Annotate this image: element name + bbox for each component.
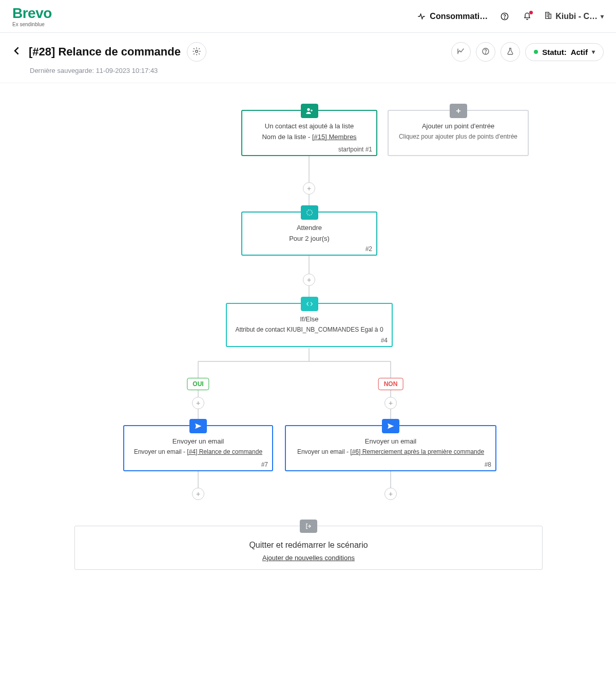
brand-tagline: Ex sendinblue — [12, 22, 52, 27]
email-right-index: #8 — [485, 461, 491, 468]
plus-icon — [450, 104, 467, 118]
entry-list-link[interactable]: [#15] Membres — [312, 133, 357, 141]
add-step-button[interactable]: + — [303, 182, 315, 195]
beaker-icon — [506, 47, 514, 57]
org-switcher[interactable]: Kiubi - C… ▾ — [544, 11, 604, 22]
email-right-title: Envoyer un email — [286, 437, 495, 445]
usage-link[interactable]: Consommati… — [416, 11, 488, 22]
email-left-prefix: Envoyer un email - — [134, 448, 187, 455]
activity-icon — [416, 11, 427, 22]
email-right-link[interactable]: [#6] Remerciement après la première comm… — [350, 448, 484, 455]
entry-list-label: Nom de la liste - — [262, 133, 312, 141]
svg-point-15 — [307, 108, 310, 111]
chevron-down-icon: ▾ — [592, 48, 595, 55]
last-saved: Dernière sauvegarde: 11-09-2023 10:17:43 — [30, 67, 206, 74]
yes-badge: OUI — [187, 378, 209, 390]
status-button[interactable]: Statut: Actif ▾ — [525, 43, 604, 61]
help-icon[interactable] — [499, 11, 510, 22]
wait-title: Attendre — [242, 224, 376, 232]
add-step-button[interactable]: + — [192, 488, 204, 500]
condition-index: #4 — [381, 337, 388, 344]
entry-title: Un contact est ajouté à la liste — [242, 122, 376, 130]
email-left-index: #7 — [261, 461, 268, 468]
entry-detail: Nom de la liste - [#15] Membres — [242, 133, 376, 141]
svg-point-16 — [306, 210, 312, 216]
bell-icon[interactable] — [522, 11, 533, 22]
condition-title: If/Else — [227, 315, 392, 323]
email-left-link[interactable]: [#4] Relance de commande — [187, 448, 262, 455]
page-title: [#28] Relance de commande — [29, 45, 181, 59]
brand-logo[interactable]: Brevo Ex sendinblue — [12, 5, 52, 27]
workflow-canvas[interactable]: Un contact est ajouté à la liste Nom de … — [0, 83, 616, 602]
restart-link[interactable]: Ajouter de nouvelles conditions — [262, 554, 355, 562]
brand-name: Brevo — [12, 5, 52, 22]
question-icon — [482, 47, 490, 57]
condition-detail: Attribut de contact KIUBI_NB_COMMANDES E… — [227, 326, 392, 333]
email-left-detail: Envoyer un email - [#4] Relance de comma… — [124, 448, 272, 455]
entry-node[interactable]: Un contact est ajouté à la liste Nom de … — [241, 110, 377, 156]
stats-button[interactable] — [451, 42, 471, 62]
help-button[interactable] — [476, 42, 495, 62]
chevron-down-icon: ▾ — [601, 13, 604, 20]
org-label: Kiubi - C… — [555, 12, 598, 21]
no-badge: NON — [378, 378, 403, 390]
status-value: Actif — [571, 48, 588, 56]
status-prefix: Statut: — [542, 48, 567, 56]
add-entry-title: Ajouter un point d'entrée — [389, 122, 528, 130]
add-step-button[interactable]: + — [384, 397, 397, 409]
gear-icon — [192, 47, 201, 57]
status-dot-icon — [534, 50, 538, 54]
test-button[interactable] — [500, 42, 520, 62]
notification-dot-icon — [529, 11, 533, 14]
send-icon — [382, 419, 399, 433]
wait-node[interactable]: Attendre Pour 2 jour(s) #2 — [241, 212, 377, 256]
top-nav: Brevo Ex sendinblue Consommati… Kiubi - … — [0, 0, 616, 33]
email-left-title: Envoyer un email — [124, 437, 272, 445]
condition-node[interactable]: If/Else Attribut de contact KIUBI_NB_COM… — [226, 303, 393, 347]
subheader-left: [#28] Relance de commande Dernière sauve… — [12, 42, 206, 74]
title-row: [#28] Relance de commande — [12, 42, 206, 62]
add-entry-sub: Cliquez pour ajouter plus de points d'en… — [389, 133, 528, 140]
exit-restart-node[interactable]: Quitter et redémarrer le scénario Ajoute… — [74, 526, 543, 570]
svg-point-4 — [196, 50, 198, 52]
building-icon — [544, 11, 552, 22]
email-node-right[interactable]: Envoyer un email Envoyer un email - [#6]… — [285, 425, 496, 471]
subheader-right: Statut: Actif ▾ — [451, 42, 604, 62]
email-node-left[interactable]: Envoyer un email Envoyer un email - [#4]… — [123, 425, 273, 471]
nav-right: Consommati… Kiubi - C… ▾ — [416, 11, 604, 22]
svg-point-6 — [486, 52, 486, 53]
usage-label: Consommati… — [430, 12, 488, 21]
back-arrow-icon[interactable] — [12, 46, 23, 58]
last-saved-prefix: Dernière sauvegarde: — [30, 67, 96, 74]
chart-icon — [457, 47, 465, 57]
email-right-detail: Envoyer un email - [#6] Remerciement apr… — [286, 448, 495, 455]
clock-icon — [301, 205, 318, 220]
email-right-prefix: Envoyer un email - — [297, 448, 350, 455]
send-icon — [189, 419, 207, 433]
add-step-button[interactable]: + — [303, 274, 315, 286]
restart-title: Quitter et redémarrer le scénario — [75, 541, 542, 550]
wait-index: #2 — [365, 245, 372, 253]
entry-startpoint: startpoint #1 — [338, 146, 372, 153]
logout-icon — [300, 520, 317, 533]
user-plus-icon — [301, 104, 318, 118]
add-step-button[interactable]: + — [192, 397, 204, 409]
svg-rect-3 — [549, 14, 551, 18]
settings-button[interactable] — [187, 42, 206, 62]
add-entry-node[interactable]: Ajouter un point d'entrée Cliquez pour a… — [388, 110, 529, 156]
wait-detail: Pour 2 jour(s) — [242, 235, 376, 242]
add-step-button[interactable]: + — [384, 488, 397, 500]
svg-point-1 — [505, 17, 505, 18]
page-subheader: [#28] Relance de commande Dernière sauve… — [0, 33, 616, 83]
last-saved-value: 11-09-2023 10:17:43 — [96, 67, 158, 74]
code-icon — [301, 297, 318, 311]
